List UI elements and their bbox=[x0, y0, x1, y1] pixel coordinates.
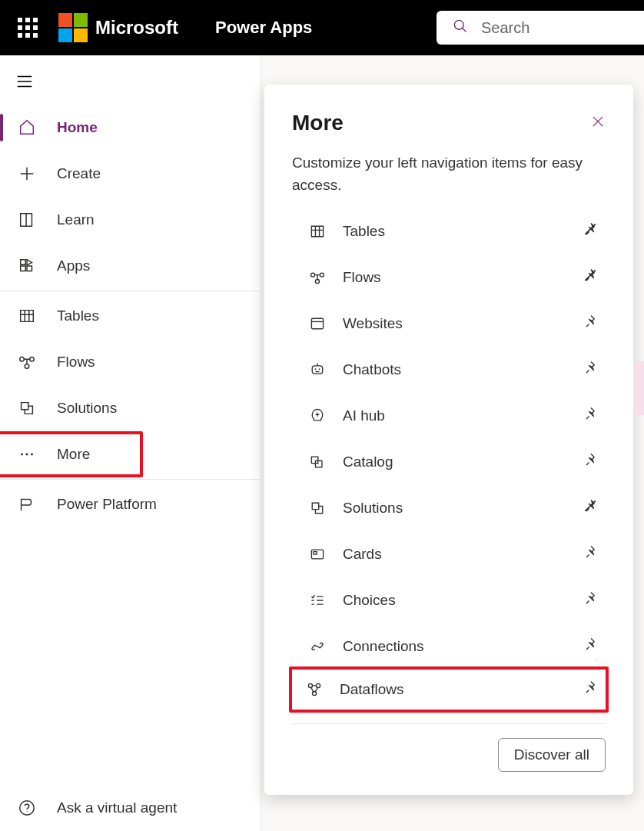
popup-subtitle: Customize your left navigation items for… bbox=[292, 152, 606, 196]
choices-icon bbox=[307, 590, 327, 610]
more-icon bbox=[17, 444, 37, 464]
pin-button[interactable] bbox=[583, 590, 603, 610]
solutions-icon bbox=[17, 398, 37, 418]
popup-item-solutions[interactable]: Solutions bbox=[292, 485, 606, 531]
sidebar-item-label: Home bbox=[57, 119, 98, 136]
sidebar: Home Create Learn Apps Tables Flows Solu… bbox=[0, 55, 261, 831]
plus-icon bbox=[17, 164, 37, 184]
close-icon bbox=[590, 114, 606, 129]
brand[interactable]: Microsoft bbox=[58, 13, 178, 42]
pin-icon bbox=[583, 544, 599, 561]
popup-item-websites[interactable]: Websites bbox=[292, 301, 606, 347]
solutions-icon bbox=[307, 498, 327, 518]
sidebar-item-create[interactable]: Create bbox=[0, 151, 261, 197]
sidebar-item-label: Power Platform bbox=[57, 496, 157, 513]
power-platform-icon bbox=[17, 494, 37, 514]
pin-icon bbox=[583, 314, 599, 331]
pinned-icon bbox=[583, 268, 599, 284]
popup-item-tables[interactable]: Tables bbox=[292, 208, 606, 254]
popup-item-label: Connections bbox=[343, 638, 583, 655]
pin-icon bbox=[583, 680, 599, 696]
search-placeholder: Search bbox=[481, 19, 529, 37]
pin-icon bbox=[583, 590, 599, 607]
ai-icon bbox=[307, 406, 327, 426]
popup-item-label: Choices bbox=[343, 592, 583, 609]
waffle-icon bbox=[18, 18, 38, 38]
popup-item-flows[interactable]: Flows bbox=[292, 254, 606, 301]
popup-item-label: AI hub bbox=[343, 407, 583, 424]
sidebar-item-solutions[interactable]: Solutions bbox=[0, 385, 261, 431]
pin-button[interactable] bbox=[583, 637, 603, 656]
sidebar-item-learn[interactable]: Learn bbox=[0, 197, 261, 243]
popup-item-label: Catalog bbox=[343, 454, 583, 470]
header: Microsoft Power Apps Search bbox=[0, 0, 644, 55]
pinned-icon bbox=[583, 498, 599, 515]
pin-icon bbox=[583, 406, 599, 423]
popup-item-label: Dataflows bbox=[340, 681, 583, 698]
unpin-button[interactable] bbox=[583, 268, 603, 288]
sidebar-item-label: Learn bbox=[57, 211, 95, 228]
popup-item-catalog[interactable]: Catalog bbox=[292, 439, 606, 485]
flows-icon bbox=[307, 268, 327, 288]
hamburger-icon bbox=[15, 72, 34, 91]
connections-icon bbox=[307, 637, 327, 656]
sidebar-item-more[interactable]: More bbox=[0, 434, 140, 474]
pin-button[interactable] bbox=[583, 680, 603, 700]
pin-button[interactable] bbox=[583, 360, 603, 380]
popup-item-chatbots[interactable]: Chatbots bbox=[292, 347, 606, 393]
sidebar-item-ask-agent[interactable]: Ask a virtual agent bbox=[0, 785, 261, 831]
discover-all-button[interactable]: Discover all bbox=[498, 738, 606, 772]
background-bleed bbox=[636, 55, 644, 831]
more-popup: More Customize your left navigation item… bbox=[264, 85, 633, 795]
flows-icon bbox=[17, 352, 37, 372]
unpin-button[interactable] bbox=[583, 498, 603, 518]
sidebar-item-tables[interactable]: Tables bbox=[0, 293, 261, 339]
sidebar-item-label: Create bbox=[57, 165, 101, 182]
unpin-button[interactable] bbox=[583, 221, 603, 241]
sidebar-item-label: Flows bbox=[57, 354, 95, 371]
pin-button[interactable] bbox=[583, 452, 603, 472]
popup-item-label: Flows bbox=[343, 269, 583, 286]
search-input[interactable]: Search bbox=[437, 11, 644, 45]
pin-icon bbox=[583, 452, 599, 469]
tables-icon bbox=[17, 306, 37, 326]
catalog-icon bbox=[307, 452, 327, 472]
popup-item-dataflows[interactable]: Dataflows bbox=[289, 666, 609, 713]
cards-icon bbox=[307, 544, 327, 564]
popup-item-label: Tables bbox=[343, 223, 583, 240]
popup-item-cards[interactable]: Cards bbox=[292, 531, 606, 577]
sidebar-item-power-platform[interactable]: Power Platform bbox=[0, 481, 261, 527]
tables-icon bbox=[307, 221, 327, 241]
sidebar-item-apps[interactable]: Apps bbox=[0, 243, 261, 289]
pin-button[interactable] bbox=[583, 544, 603, 564]
popup-list: Tables Flows Websites Chatbots AI hub Ca… bbox=[292, 208, 606, 713]
pin-button[interactable] bbox=[583, 314, 603, 334]
waffle-button[interactable] bbox=[0, 0, 55, 55]
pin-button[interactable] bbox=[583, 406, 603, 426]
popup-title: More bbox=[292, 111, 344, 135]
sidebar-item-label: Ask a virtual agent bbox=[57, 799, 177, 816]
sidebar-item-label: More bbox=[57, 446, 90, 463]
close-button[interactable] bbox=[590, 114, 606, 133]
popup-item-ai-hub[interactable]: AI hub bbox=[292, 393, 606, 439]
book-icon bbox=[17, 210, 37, 230]
chatbots-icon bbox=[307, 360, 327, 380]
sidebar-item-flows[interactable]: Flows bbox=[0, 339, 261, 385]
popup-item-choices[interactable]: Choices bbox=[292, 577, 606, 623]
app-name: Power Apps bbox=[215, 18, 312, 38]
dataflows-icon bbox=[304, 680, 324, 700]
divider bbox=[0, 291, 261, 291]
apps-icon bbox=[17, 256, 37, 276]
home-icon bbox=[17, 118, 37, 138]
pinned-icon bbox=[583, 221, 599, 238]
sidebar-item-label: Solutions bbox=[57, 400, 117, 417]
pin-icon bbox=[583, 637, 599, 653]
popup-item-label: Websites bbox=[343, 315, 583, 332]
sidebar-item-label: Tables bbox=[57, 307, 99, 324]
popup-item-label: Cards bbox=[343, 546, 583, 563]
sidebar-item-home[interactable]: Home bbox=[0, 105, 261, 151]
popup-item-label: Chatbots bbox=[343, 361, 583, 378]
hamburger-button[interactable] bbox=[0, 55, 261, 105]
popup-item-connections[interactable]: Connections bbox=[292, 623, 606, 670]
pin-icon bbox=[583, 360, 599, 377]
